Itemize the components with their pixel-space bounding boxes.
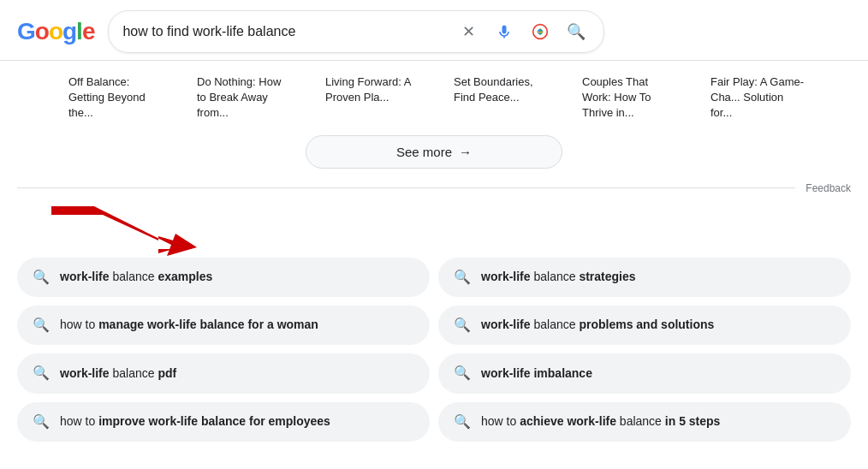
search-item-1[interactable]: 🔍 work-life balance examples <box>17 258 430 297</box>
search-item-text: how to improve work-life balance for emp… <box>60 413 330 430</box>
search-item-4[interactable]: 🔍 work-life balance problems and solutio… <box>438 306 851 345</box>
divider <box>17 187 795 188</box>
search-item-text: how to achieve work-life balance in 5 st… <box>481 413 720 430</box>
red-arrow <box>17 198 205 258</box>
book-item[interactable]: Couples That Work: How To Thrive in... <box>582 74 676 122</box>
search-item-3[interactable]: 🔍 how to manage work-life balance for a … <box>17 306 430 345</box>
search-icon: 🔍 <box>33 316 50 335</box>
search-icon: 🔍 <box>454 364 471 383</box>
search-icons: ✕ 🔍 <box>455 18 590 45</box>
search-icon: 🔍 <box>33 268 50 287</box>
search-item-text: work-life balance problems and solutions <box>481 317 714 334</box>
book-title: Fair Play: A Game-Cha... Solution for... <box>710 74 805 122</box>
search-item-7[interactable]: 🔍 how to improve work-life balance for e… <box>17 402 430 442</box>
google-lens-icon <box>532 23 549 40</box>
microphone-icon <box>496 23 513 40</box>
clear-button[interactable]: ✕ <box>455 18 482 45</box>
svg-marker-2 <box>43 206 188 253</box>
book-item[interactable]: Fair Play: A Game-Cha... Solution for... <box>710 74 805 122</box>
see-more-button[interactable]: See more → <box>306 135 562 169</box>
search-item-text: work-life balance strategies <box>481 269 636 286</box>
book-title: Set Boundaries, Find Peace... <box>454 74 548 105</box>
book-item[interactable]: Set Boundaries, Find Peace... <box>454 74 548 122</box>
search-icon: 🔍 <box>454 316 471 335</box>
search-item-text: work-life balance pdf <box>60 365 176 383</box>
google-search-button[interactable]: 🔍 <box>562 18 590 45</box>
arrow-icon: → <box>459 145 472 159</box>
see-more-label: See more <box>396 145 452 159</box>
search-item-5[interactable]: 🔍 work-life balance pdf <box>17 353 430 393</box>
book-title: Living Forward: A Proven Pla... <box>325 74 419 105</box>
divider-row: Feedback <box>0 179 868 198</box>
voice-search-button[interactable] <box>490 18 518 45</box>
search-bar: ✕ 🔍 <box>108 10 604 53</box>
search-item-text: work-life imbalance <box>481 365 592 383</box>
header: Google ✕ 🔍 <box>0 0 868 61</box>
search-icon: 🔍 <box>454 413 471 431</box>
search-item-text: work-life balance examples <box>60 269 212 286</box>
google-logo: Google <box>17 18 94 45</box>
search-item-2[interactable]: 🔍 work-life balance strategies <box>438 258 851 297</box>
main-content: Off Balance: Getting Beyond the... Do No… <box>0 61 868 459</box>
books-row: Off Balance: Getting Beyond the... Do No… <box>17 74 851 122</box>
clear-icon: ✕ <box>462 22 475 41</box>
search-icon: 🔍 <box>33 364 50 383</box>
book-title: Couples That Work: How To Thrive in... <box>582 74 676 122</box>
feedback-link[interactable]: Feedback <box>806 182 851 194</box>
search-icon: 🔍 <box>454 268 471 287</box>
annotation-area <box>0 198 868 258</box>
search-icon: 🔍 <box>567 22 586 41</box>
search-icon: 🔍 <box>33 413 50 431</box>
search-item-8[interactable]: 🔍 how to achieve work-life balance in 5 … <box>438 402 851 442</box>
search-item-6[interactable]: 🔍 work-life imbalance <box>438 353 851 393</box>
lens-button[interactable] <box>526 18 554 45</box>
book-title: Do Nothing: How to Break Away from... <box>197 74 291 122</box>
book-item[interactable]: Do Nothing: How to Break Away from... <box>197 74 291 122</box>
search-input[interactable] <box>122 24 448 39</box>
svg-marker-3 <box>167 234 197 256</box>
search-item-text: how to manage work-life balance for a wo… <box>60 317 318 334</box>
book-title: Off Balance: Getting Beyond the... <box>68 74 163 122</box>
see-more-container: See more → <box>0 128 868 179</box>
related-searches: 🔍 work-life balance examples 🔍 work-life… <box>0 258 868 460</box>
book-item[interactable]: Off Balance: Getting Beyond the... <box>68 74 163 122</box>
book-item[interactable]: Living Forward: A Proven Pla... <box>325 74 419 122</box>
books-section: Off Balance: Getting Beyond the... Do No… <box>0 61 868 128</box>
